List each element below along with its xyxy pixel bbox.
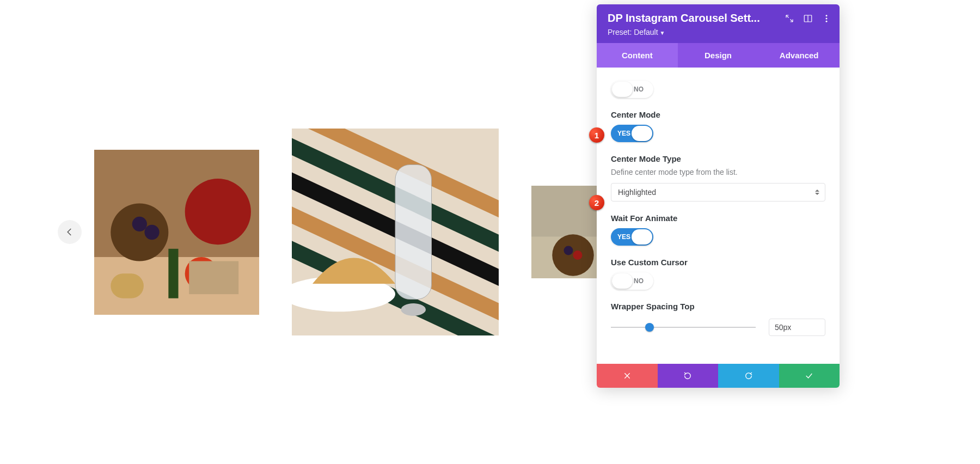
field-description: Define center mode type from the list. [611,168,825,176]
field-previous-toggle: NO [611,81,825,98]
svg-point-3 [826,18,828,20]
expand-icon[interactable] [784,13,795,24]
field-label: Center Mode [611,110,825,119]
toggle-knob [612,273,633,289]
more-menu-icon[interactable] [821,13,832,24]
select-center-mode-type[interactable]: Highlighted [611,183,825,202]
annotation-badge-1: 1 [589,127,604,143]
carousel-track [0,107,597,357]
close-icon [623,371,632,380]
panel-body[interactable]: NO Center Mode YES Center Mode Type Defi… [597,68,840,364]
redo-button[interactable] [718,364,779,388]
svg-point-2 [826,15,828,16]
field-wait-for-animate: Wait For Animate YES [611,213,825,246]
toggle-state-text: NO [634,277,644,285]
field-label: Use Custom Cursor [611,258,825,267]
toggle-wait-for-animate[interactable]: YES [611,228,653,246]
caret-down-icon: ▼ [660,30,665,36]
input-wrapper-spacing-top[interactable] [769,319,825,336]
tab-content[interactable]: Content [597,43,678,68]
toggle-center-mode[interactable]: YES [611,125,653,142]
confirm-button[interactable] [779,364,840,388]
field-wrapper-spacing-top: Wrapper Spacing Top [611,302,825,336]
undo-icon [683,371,692,380]
preset-label: Preset: Default [608,28,658,36]
field-label: Center Mode Type [611,154,825,163]
toggle-knob [632,126,652,141]
select-caret-icon [815,190,819,195]
carousel-slide[interactable] [94,150,259,315]
redo-icon [744,371,753,380]
toggle-use-custom-cursor[interactable]: NO [611,272,653,290]
annotation-badge-2: 2 [589,195,604,210]
carousel-prev-button[interactable] [58,220,82,244]
panel-tabs: Content Design Advanced [597,43,840,68]
settings-panel: DP Instagram Carousel Sett... Preset: De… [597,4,840,388]
check-icon [805,371,813,380]
slider-wrapper-spacing-top[interactable] [611,327,756,328]
tab-design[interactable]: Design [678,43,759,68]
tab-advanced[interactable]: Advanced [758,43,840,68]
toggle-knob [632,229,652,245]
panel-layout-icon[interactable] [803,13,813,24]
cancel-button[interactable] [597,364,658,388]
svg-point-4 [826,21,828,22]
panel-actions [597,364,840,388]
carousel-preview [0,0,597,464]
field-center-mode-type: Center Mode Type Define center mode type… [611,154,825,202]
undo-button[interactable] [658,364,719,388]
panel-header: DP Instagram Carousel Sett... Preset: De… [597,4,840,43]
field-label: Wrapper Spacing Top [611,302,825,311]
field-center-mode: Center Mode YES [611,110,825,142]
field-use-custom-cursor: Use Custom Cursor NO [611,258,825,290]
field-label: Wait For Animate [611,213,825,223]
select-value: Highlighted [618,188,656,197]
preset-selector[interactable]: Preset: Default▼ [608,28,829,36]
toggle-knob [612,82,633,97]
carousel-slide-center[interactable] [292,129,499,335]
toggle-state-text: YES [617,233,630,241]
toggle-previous[interactable]: NO [611,81,653,98]
chevron-left-icon [65,227,75,237]
toggle-state-text: NO [634,86,644,93]
toggle-state-text: YES [617,130,630,137]
